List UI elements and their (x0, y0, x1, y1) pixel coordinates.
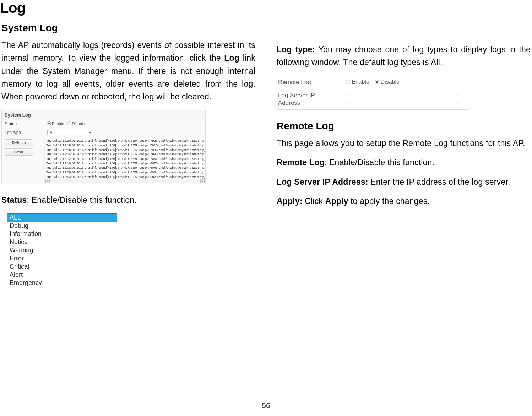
logtype-value: ALL (50, 130, 57, 135)
dropdown-item-alert[interactable]: Alert (7, 271, 117, 279)
status-enable-radio[interactable]: Enable (47, 121, 64, 126)
remote-log-row3: Apply: Click Apply to apply the changes. (277, 195, 531, 207)
enable-text: Enable (352, 79, 369, 85)
remotelog-text: : Enable/Disable this function. (325, 158, 434, 167)
logtype-select[interactable]: ALL (47, 130, 93, 135)
remote-log-row1: Remote Log: Enable/Disable this function… (277, 156, 531, 169)
remote-log-screenshot: Remote Log Enable Disable Log Server IP … (277, 76, 468, 110)
dropdown-item-error[interactable]: Error (7, 254, 117, 263)
system-log-intro: The AP automatically logs (records) even… (1, 39, 255, 103)
dropdown-item-emergency[interactable]: Emergency (7, 279, 117, 287)
status-label: Status (5, 121, 47, 126)
remotelog-bold: Remote Log (277, 158, 325, 167)
remotelog-enable-radio[interactable]: Enable (346, 79, 369, 85)
radio-icon (67, 121, 71, 125)
log-line: Tue Jul 12 12:16:01 2016 cron.info crond… (45, 148, 205, 152)
scroll-left-icon[interactable]: < (45, 179, 50, 183)
clear-button[interactable]: Clear (5, 148, 33, 156)
remote-log-intro: This page allows you to setup the Remote… (277, 137, 531, 150)
logserver-label: Log Server IP Address (278, 92, 346, 107)
dropdown-item-information[interactable]: Information (7, 230, 117, 238)
log-line: Tue Jul 12 12:06:01 2016 cron.info crond… (45, 170, 205, 175)
log-line: Tue Jul 12 12:04:01 2016 cron.info crond… (45, 175, 205, 179)
remote-log-row2: Log Server IP Address: Enter the IP addr… (277, 175, 531, 188)
radio-icon (375, 80, 379, 84)
system-log-heading: System Log (1, 22, 255, 34)
remote-log-heading: Remote Log (277, 120, 531, 132)
log-line: Tue Jul 12 12:12:01 2016 cron.info crond… (45, 157, 205, 161)
remotelog-label: Remote Log (278, 79, 346, 86)
logserver-ip-input[interactable] (346, 95, 459, 104)
remotelog-disable-radio[interactable]: Disable (375, 79, 400, 85)
radio-icon (346, 80, 350, 84)
log-line: Tue Jul 12 12:14:01 2016 cron.info crond… (45, 152, 205, 157)
apply-text2: to apply the changes. (348, 196, 430, 206)
status-disable-radio[interactable]: Disable (67, 121, 85, 126)
logserver-label-line2: Address (278, 99, 300, 106)
system-log-screenshot: System Log Status Enable Disable Log typ… (1, 110, 206, 185)
intro-bold-log: Log (224, 53, 239, 63)
scroll-right-icon[interactable]: > (200, 179, 205, 183)
logserverip-text: Enter the IP address of the log server. (368, 177, 510, 187)
intro-text-1: The AP automatically logs (records) even… (1, 40, 255, 63)
horizontal-scrollbar[interactable]: < > (45, 179, 205, 184)
dropdown-item-all[interactable]: ALL (7, 214, 117, 222)
dropdown-item-notice[interactable]: Notice (7, 238, 117, 246)
logtype-label: Log type (5, 130, 47, 135)
dropdown-item-debug[interactable]: Debug (7, 222, 117, 230)
radio-icon (47, 121, 51, 125)
page-number: 56 (262, 401, 270, 410)
dropdown-item-warning[interactable]: Warning (7, 246, 117, 254)
apply-bold: Apply: (277, 196, 303, 206)
logserver-label-line1: Log Server IP (278, 92, 315, 99)
enable-text: Enable (52, 121, 64, 126)
logserverip-bold: Log Server IP Address: (277, 177, 368, 187)
log-line: Tue Jul 12 12:08:01 2016 cron.info crond… (45, 166, 205, 170)
status-bold: Status (1, 195, 27, 205)
dropdown-item-critical[interactable]: Critical (7, 263, 117, 271)
logtype-dropdown-expanded[interactable]: ALL Debug Information Notice Warning Err… (7, 213, 117, 287)
log-line: Tue Jul 12 12:20:01 2016 cron.info crond… (45, 139, 205, 143)
scroll-track[interactable] (50, 179, 200, 183)
status-description: Status: Enable/Disable this function. (1, 194, 255, 206)
log-output-area: Tue Jul 12 12:20:01 2016 cron.info crond… (44, 137, 205, 184)
refresh-button[interactable]: Refresh (5, 139, 33, 146)
page-title: Log (0, 0, 532, 16)
status-text: : Enable/Disable this function. (27, 195, 137, 205)
log-line: Tue Jul 12 12:10:01 2016 cron.info crond… (45, 161, 205, 166)
logtype-description: Log type: You may choose one of log type… (277, 43, 531, 69)
logtype-text: You may choose one of log types to displ… (277, 45, 531, 67)
apply-bold2: Apply (325, 196, 348, 206)
log-line: Tue Jul 12 12:18:01 2016 cron.info crond… (45, 143, 205, 148)
syslog-panel-title: System Log (2, 110, 205, 120)
disable-text: Disable (72, 121, 85, 126)
logtype-bold: Log type: (277, 45, 315, 54)
disable-text: Disable (381, 79, 400, 85)
apply-text1: Click (303, 196, 325, 206)
